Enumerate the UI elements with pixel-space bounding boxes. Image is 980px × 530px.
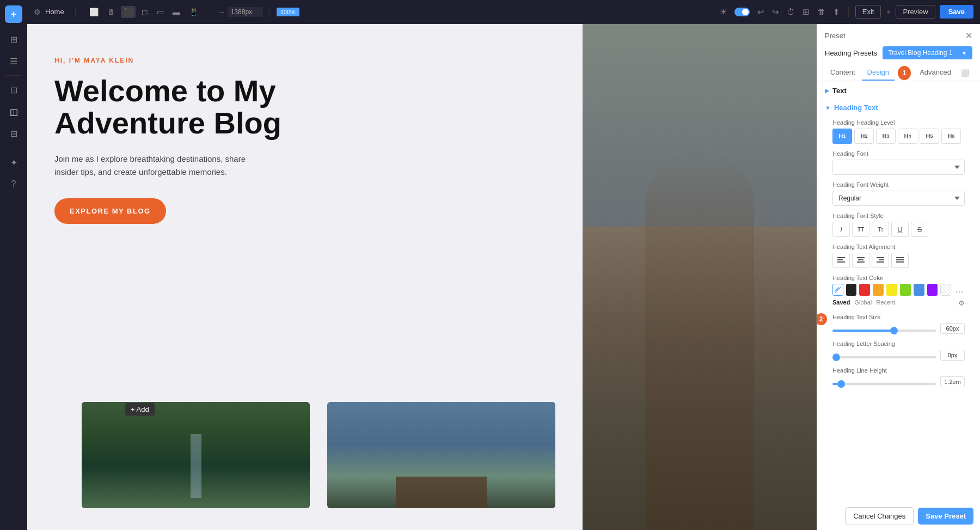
svg-rect-14: [896, 261, 904, 263]
color-swatch-transparent[interactable]: [940, 284, 951, 296]
sidebar-icon-help[interactable]: ?: [4, 174, 23, 194]
uppercase-button[interactable]: TT: [852, 222, 869, 237]
panel-close-button[interactable]: ✕: [965, 31, 972, 41]
device-laptop-sm[interactable]: ◻: [139, 6, 151, 18]
heading-font-dropdown[interactable]: [832, 160, 965, 175]
align-left-button[interactable]: [832, 253, 850, 268]
heading-line-height-slider[interactable]: [832, 383, 936, 385]
sidebar-icon-layout[interactable]: ⊞: [4, 29, 23, 49]
color-swatch-blue[interactable]: [914, 284, 924, 296]
heading-letter-spacing-slider-container: [832, 351, 936, 360]
timer-icon[interactable]: ⏱: [785, 5, 797, 18]
more-colors-button[interactable]: …: [954, 284, 965, 296]
sidebar-icon-elements[interactable]: ⊡: [4, 80, 23, 100]
color-tab-global[interactable]: Global: [854, 299, 872, 307]
sidebar-icon-widgets[interactable]: ◫: [4, 102, 23, 121]
heading-text-size-slider[interactable]: [832, 330, 936, 332]
heading-text-header[interactable]: ▼ Heading Text: [825, 100, 972, 116]
device-desktop-xl[interactable]: ⬜: [87, 6, 101, 18]
h3-button[interactable]: H3: [876, 129, 896, 144]
heading-level-row: Heading Heading Level H1 H2 H3 H4 H5 H6: [825, 116, 972, 147]
alignment-buttons: [832, 253, 965, 268]
panel-body: ▶ Text ▼ Heading Text Heading Heading Le…: [817, 81, 980, 530]
strikethrough-button[interactable]: S: [911, 222, 928, 237]
h5-button[interactable]: H5: [920, 129, 939, 144]
heading-font-row: Heading Font: [825, 147, 972, 178]
device-laptop[interactable]: ⬛: [121, 6, 136, 18]
panel-footer: Cancel Changes Save Preset: [817, 502, 980, 530]
width-input[interactable]: [228, 7, 263, 17]
heading-letter-spacing-row: Heading Letter Spacing 0px: [825, 337, 972, 364]
heading-text-size-row: Heading Text Size 60px: [825, 310, 972, 337]
heading-letter-spacing-slider[interactable]: [832, 356, 936, 358]
heading-letter-spacing-value[interactable]: 0px: [940, 350, 965, 361]
align-justify-button[interactable]: [891, 253, 909, 268]
device-desktop[interactable]: 🖥: [105, 6, 118, 18]
undo-icon[interactable]: ↩: [756, 5, 766, 19]
arrow-dropdown[interactable]: ▼: [885, 9, 891, 15]
color-tab-recent[interactable]: Recent: [876, 299, 895, 307]
heading-text-alignment-row: Heading Text Alignment: [825, 240, 972, 271]
color-swatch-green[interactable]: [900, 284, 911, 296]
color-swatch-orange[interactable]: [873, 284, 884, 296]
heading-text-size-value[interactable]: 60px: [940, 323, 965, 334]
preview-button[interactable]: Preview: [896, 5, 935, 19]
add-block-button[interactable]: + Add: [125, 403, 155, 416]
tab-content[interactable]: Content: [825, 65, 861, 81]
heading-line-height-slider-row: 1.2em: [832, 376, 965, 387]
sidebar-icon-media[interactable]: ⊟: [4, 124, 23, 143]
color-swatch-black[interactable]: [846, 284, 857, 296]
tab-design[interactable]: Design: [862, 65, 895, 81]
sidebar-icon-customize[interactable]: ✦: [4, 153, 23, 172]
capitalize-button[interactable]: Tt: [872, 222, 889, 237]
heading-text-subsection: ▼ Heading Text Heading Heading Level H1 …: [817, 98, 980, 391]
exit-button[interactable]: Exit: [855, 5, 881, 19]
device-mobile[interactable]: 📱: [186, 6, 201, 18]
sidebar-icon-pages[interactable]: ☰: [4, 51, 23, 71]
h4-button[interactable]: H4: [898, 129, 917, 144]
presets-dropdown[interactable]: Travel Blog Heading 1 ▼: [883, 46, 972, 59]
hero-main-photo: [583, 24, 817, 530]
h1-button[interactable]: H1: [832, 129, 852, 144]
device-tablet[interactable]: ▭: [154, 6, 167, 18]
panel-expand-icon[interactable]: ⬜: [959, 67, 971, 79]
heading-line-height-value[interactable]: 1.2em: [940, 376, 965, 387]
color-swatch-yellow[interactable]: [886, 284, 897, 296]
add-element-button[interactable]: +: [5, 5, 22, 23]
tab-advanced[interactable]: Advanced: [914, 65, 957, 81]
hero-right-photo: [583, 24, 817, 530]
left-sidebar: + ⊞ ☰ ⊡ ◫ ⊟ ✦ ?: [0, 0, 27, 530]
svg-rect-6: [857, 261, 865, 263]
zoom-badge[interactable]: 100%: [277, 8, 299, 16]
separator-3: [270, 7, 270, 17]
home-gear-icon[interactable]: ⚙: [34, 8, 41, 16]
save-main-button[interactable]: Save: [940, 5, 973, 19]
heading-line-height-row: Heading Line Height 1.2em: [825, 364, 972, 391]
save-preset-button[interactable]: Save Preset: [918, 508, 973, 525]
sun-icon[interactable]: ☀: [718, 5, 728, 19]
hero-cta-button[interactable]: EXPLORE MY BLOG: [54, 198, 166, 224]
align-right-button[interactable]: [872, 253, 889, 268]
share-icon[interactable]: ⬆: [831, 5, 842, 19]
cancel-changes-button[interactable]: Cancel Changes: [845, 507, 914, 525]
heading-text-color-row: Heading Text Color: [825, 271, 972, 310]
underline-button[interactable]: U: [891, 222, 909, 237]
text-section-header[interactable]: ▶ Text: [817, 81, 980, 98]
h6-button[interactable]: H6: [941, 129, 961, 144]
svg-rect-0: [837, 257, 845, 258]
svg-rect-1: [837, 259, 843, 260]
device-tablet-sm[interactable]: ▬: [170, 6, 183, 18]
heading-font-weight-dropdown[interactable]: Regular Thin Light Medium Semi Bold Bold…: [832, 191, 965, 206]
grid-icon[interactable]: ⊞: [801, 5, 811, 19]
trash-icon[interactable]: 🗑: [816, 5, 827, 18]
color-picker-icon[interactable]: [832, 284, 843, 296]
redo-icon[interactable]: ↪: [770, 5, 781, 19]
color-swatch-red[interactable]: [859, 284, 870, 296]
toggle-icon[interactable]: [733, 6, 751, 18]
italic-button[interactable]: I: [832, 222, 850, 237]
align-center-button[interactable]: [852, 253, 869, 268]
h2-button[interactable]: H2: [854, 129, 874, 144]
color-settings-icon[interactable]: ⚙: [958, 299, 965, 307]
color-tab-saved[interactable]: Saved: [832, 299, 850, 307]
color-swatch-purple[interactable]: [927, 284, 938, 296]
